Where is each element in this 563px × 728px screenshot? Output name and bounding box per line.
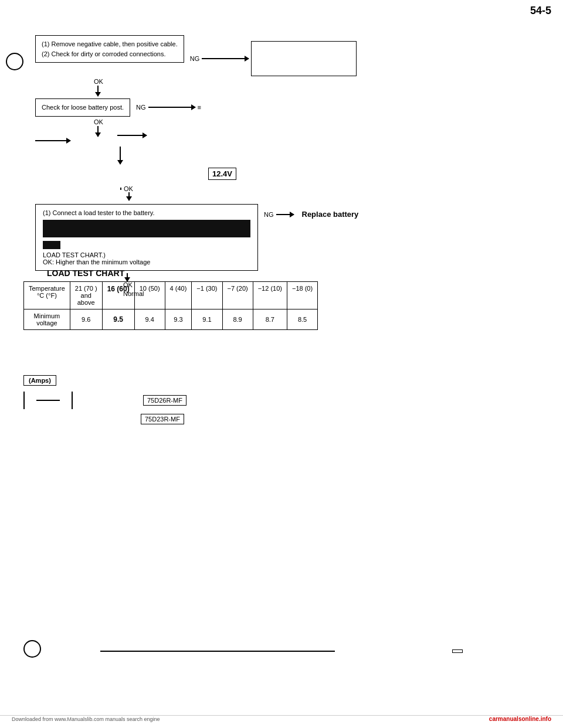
val-2: 9.4 xyxy=(134,309,165,330)
col-header-3: 10 (50) xyxy=(134,282,165,309)
mid-arrow xyxy=(117,135,147,136)
ng-arrow-load xyxy=(276,214,294,215)
ok-label-voltage: OK xyxy=(124,185,133,192)
battery1-box: 75D26R-MF xyxy=(143,395,186,406)
load-box-dark-1 xyxy=(43,220,250,237)
bottom-diagram-line xyxy=(47,651,516,652)
flow-row-1: (1) Remove negative cable, then positive… xyxy=(35,35,540,76)
chart-section: LOAD TEST CHART Temperature°C (°F) 21 (7… xyxy=(12,268,551,330)
ok-label-1: OK xyxy=(94,78,103,85)
battery2-label: 75D23R-MF xyxy=(141,414,184,424)
ok-voltage-area: OK xyxy=(120,185,522,200)
flow-box-1-line2: (2) Check for dirty or corroded connecti… xyxy=(42,50,166,57)
val-4: 9.1 xyxy=(192,309,222,330)
ok-arrow-voltage xyxy=(128,192,130,200)
voltage-area: 12.4V xyxy=(114,168,522,183)
col-header-5: −1 (30) xyxy=(192,282,222,309)
ng-arrow-2 xyxy=(148,107,195,108)
col-header-7: −12 (10) xyxy=(253,282,287,309)
flow-box-1-line1: (1) Remove negative cable, then positive… xyxy=(42,40,178,47)
step-circle-bottom xyxy=(23,640,41,658)
flow-box-2-text: Check for loose battery post. xyxy=(42,104,124,111)
flow-box-2: Check for loose battery post. xyxy=(35,98,130,117)
right-arrow-bottom xyxy=(35,140,70,141)
chart-title: LOAD TEST CHART xyxy=(47,268,551,278)
table-header-row: Temperature°C (°F) 21 (70 )andabove 16 (… xyxy=(24,282,318,309)
amps-vline2 xyxy=(72,392,73,409)
amps-label: (Amps) xyxy=(23,375,56,386)
footer: Downloaded from www.Manualslib.com manua… xyxy=(0,715,563,722)
ok-label-2: OK xyxy=(94,118,103,125)
amps-row: 75D26R-MF xyxy=(23,392,434,409)
replace-battery-label: Replace battery xyxy=(302,210,359,219)
footer-right: carmanualsonline.info xyxy=(489,716,551,722)
load-tester-row: (1) Connect a load tester to the battery… xyxy=(35,204,522,271)
ng-label-load: NG xyxy=(264,211,274,218)
ng-connector-1: NG xyxy=(190,41,357,76)
top-flowchart: (1) Remove negative cable, then positive… xyxy=(23,35,540,141)
val-7: 8.5 xyxy=(287,309,317,330)
ng-equals: ≡ xyxy=(198,104,201,111)
flow-row-2: Check for loose battery post. NG ≡ xyxy=(35,98,540,117)
bottom-box xyxy=(452,649,463,653)
ng-label-2: NG xyxy=(136,104,146,111)
col-header-4: 4 (40) xyxy=(165,282,192,309)
ok-down-1: OK xyxy=(94,77,540,96)
footer-left: Downloaded from www.Manualslib.com manua… xyxy=(12,716,160,722)
step-circle-top xyxy=(6,53,23,70)
load-box-line2: LOAD TEST CHART.) xyxy=(43,251,250,258)
col-header-0: Temperature°C (°F) xyxy=(24,282,70,309)
ok-down-voltage: OK xyxy=(120,185,133,192)
val-0: 9.6 xyxy=(70,309,102,330)
val-1: 9.5 xyxy=(102,309,134,330)
load-box-dark-2 xyxy=(43,241,60,249)
amps-label-box-wrapper: (Amps) xyxy=(23,375,434,386)
page-container: 54-5 (1) Remove negative cable, then pos… xyxy=(0,0,563,728)
load-tester-box: (1) Connect a load tester to the battery… xyxy=(35,204,258,271)
ng-result-box-1 xyxy=(251,41,357,76)
load-box-line3: OK: Higher than the minimum voltage xyxy=(43,258,250,266)
load-test-table: Temperature°C (°F) 21 (70 )andabove 16 (… xyxy=(23,281,318,330)
val-3: 9.3 xyxy=(165,309,192,330)
col-header-6: −7 (20) xyxy=(222,282,253,309)
amps-section: (Amps) 75D26R-MF 75D23R-MF xyxy=(23,375,434,424)
table-data-row: Minimumvoltage 9.6 9.5 9.4 9.3 9.1 8.9 8… xyxy=(24,309,318,330)
amps-vline xyxy=(23,392,25,409)
load-box-line1: (1) Connect a load tester to the battery… xyxy=(43,209,250,216)
bottom-arrow-row xyxy=(35,140,540,141)
flow-box-1: (1) Remove negative cable, then positive… xyxy=(35,35,184,63)
page-number: 54-5 xyxy=(530,5,551,17)
row-label: Minimumvoltage xyxy=(24,309,70,330)
ng-arrow-1 xyxy=(202,58,249,59)
amps-hline xyxy=(36,400,60,401)
ok-down-2: OK xyxy=(94,118,540,137)
col-header-8: −18 (0) xyxy=(287,282,317,309)
arrow-to-voltage xyxy=(115,147,121,164)
battery1-label: 75D26R-MF xyxy=(143,395,186,406)
ng-connector-2: NG ≡ xyxy=(136,104,201,111)
battery2-row: 75D23R-MF xyxy=(141,414,434,424)
val-6: 8.7 xyxy=(253,309,287,330)
voltage-label: 12.4V xyxy=(208,168,236,180)
val-5: 8.9 xyxy=(222,309,253,330)
ng-replace-row: NG Replace battery xyxy=(264,210,358,219)
col-header-2: 16 (60) xyxy=(102,282,134,309)
col-header-1: 21 (70 )andabove xyxy=(70,282,102,309)
ng-label-1: NG xyxy=(190,55,200,62)
